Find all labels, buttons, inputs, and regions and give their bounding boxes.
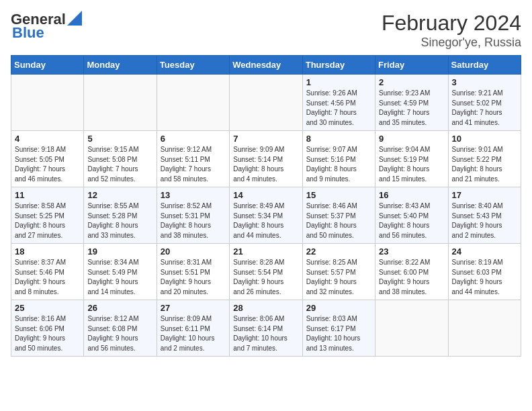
day-number: 20 xyxy=(161,246,226,257)
day-info: Sunrise: 8:06 AMSunset: 6:14 PMDaylight:… xyxy=(233,314,298,353)
day-info: Sunrise: 9:09 AMSunset: 5:14 PMDaylight:… xyxy=(233,145,298,184)
day-info: Sunrise: 9:26 AMSunset: 4:56 PMDaylight:… xyxy=(306,89,371,128)
day-cell: 23Sunrise: 8:22 AMSunset: 6:00 PMDayligh… xyxy=(375,244,448,300)
logo-blue: Blue xyxy=(12,24,44,42)
day-info: Sunrise: 8:43 AMSunset: 5:40 PMDaylight:… xyxy=(379,201,444,240)
day-info: Sunrise: 8:58 AMSunset: 5:25 PMDaylight:… xyxy=(15,201,80,240)
day-info: Sunrise: 8:49 AMSunset: 5:34 PMDaylight:… xyxy=(233,201,298,240)
weekday-wednesday: Wednesday xyxy=(230,56,302,75)
day-info: Sunrise: 8:22 AMSunset: 6:00 PMDaylight:… xyxy=(379,258,444,297)
day-number: 17 xyxy=(452,190,517,200)
day-number: 28 xyxy=(233,303,298,313)
week-row-2: 4Sunrise: 9:18 AMSunset: 5:05 PMDaylight… xyxy=(11,131,521,187)
day-info: Sunrise: 9:12 AMSunset: 5:11 PMDaylight:… xyxy=(161,145,226,184)
day-cell: 25Sunrise: 8:16 AMSunset: 6:06 PMDayligh… xyxy=(11,300,84,357)
day-number: 16 xyxy=(379,190,444,200)
day-cell: 3Sunrise: 9:21 AMSunset: 5:02 PMDaylight… xyxy=(448,75,521,131)
weekday-header-row: SundayMondayTuesdayWednesdayThursdayFrid… xyxy=(11,56,521,75)
day-cell: 21Sunrise: 8:28 AMSunset: 5:54 PMDayligh… xyxy=(230,244,302,300)
day-cell: 12Sunrise: 8:55 AMSunset: 5:28 PMDayligh… xyxy=(84,187,157,244)
day-info: Sunrise: 9:15 AMSunset: 5:08 PMDaylight:… xyxy=(87,145,152,184)
day-info: Sunrise: 9:01 AMSunset: 5:22 PMDaylight:… xyxy=(452,145,517,184)
day-info: Sunrise: 8:46 AMSunset: 5:37 PMDaylight:… xyxy=(306,201,371,240)
day-info: Sunrise: 8:52 AMSunset: 5:31 PMDaylight:… xyxy=(161,201,226,240)
day-info: Sunrise: 8:12 AMSunset: 6:08 PMDaylight:… xyxy=(87,314,152,353)
day-cell: 13Sunrise: 8:52 AMSunset: 5:31 PMDayligh… xyxy=(157,187,229,244)
weekday-monday: Monday xyxy=(84,56,157,75)
day-cell: 6Sunrise: 9:12 AMSunset: 5:11 PMDaylight… xyxy=(157,131,229,187)
week-row-5: 25Sunrise: 8:16 AMSunset: 6:06 PMDayligh… xyxy=(11,300,521,357)
day-number: 25 xyxy=(15,303,80,313)
day-cell: 11Sunrise: 8:58 AMSunset: 5:25 PMDayligh… xyxy=(11,187,84,244)
day-cell: 24Sunrise: 8:19 AMSunset: 6:03 PMDayligh… xyxy=(448,244,521,300)
day-cell: 9Sunrise: 9:04 AMSunset: 5:19 PMDaylight… xyxy=(375,131,448,187)
day-number: 26 xyxy=(87,303,152,313)
day-cell: 19Sunrise: 8:34 AMSunset: 5:49 PMDayligh… xyxy=(84,244,157,300)
day-number: 12 xyxy=(87,190,152,200)
day-cell: 17Sunrise: 8:40 AMSunset: 5:43 PMDayligh… xyxy=(448,187,521,244)
day-number: 19 xyxy=(87,246,152,257)
day-cell: 27Sunrise: 8:09 AMSunset: 6:11 PMDayligh… xyxy=(157,300,229,357)
day-info: Sunrise: 8:37 AMSunset: 5:46 PMDaylight:… xyxy=(15,258,80,297)
weekday-thursday: Thursday xyxy=(302,56,375,75)
day-info: Sunrise: 8:40 AMSunset: 5:43 PMDaylight:… xyxy=(452,201,517,240)
weekday-sunday: Sunday xyxy=(11,56,84,75)
day-number: 13 xyxy=(161,190,226,200)
calendar-subtitle: Sinegor'ye, Russia xyxy=(382,36,521,50)
day-info: Sunrise: 8:31 AMSunset: 5:51 PMDaylight:… xyxy=(161,258,226,297)
week-row-3: 11Sunrise: 8:58 AMSunset: 5:25 PMDayligh… xyxy=(11,187,521,244)
day-info: Sunrise: 9:18 AMSunset: 5:05 PMDaylight:… xyxy=(15,145,80,184)
day-cell: 28Sunrise: 8:06 AMSunset: 6:14 PMDayligh… xyxy=(230,300,302,357)
day-cell: 26Sunrise: 8:12 AMSunset: 6:08 PMDayligh… xyxy=(84,300,157,357)
day-cell: 16Sunrise: 8:43 AMSunset: 5:40 PMDayligh… xyxy=(375,187,448,244)
day-number: 24 xyxy=(452,246,517,257)
day-number: 14 xyxy=(233,190,298,200)
day-number: 3 xyxy=(452,77,517,87)
day-number: 27 xyxy=(161,303,226,313)
day-number: 22 xyxy=(306,246,371,257)
day-number: 29 xyxy=(306,303,371,313)
day-cell: 8Sunrise: 9:07 AMSunset: 5:16 PMDaylight… xyxy=(302,131,375,187)
day-number: 15 xyxy=(306,190,371,200)
weekday-tuesday: Tuesday xyxy=(157,56,229,75)
day-cell xyxy=(230,75,302,131)
day-cell xyxy=(11,75,84,131)
day-cell xyxy=(157,75,229,131)
day-number: 6 xyxy=(161,134,226,144)
day-info: Sunrise: 8:25 AMSunset: 5:57 PMDaylight:… xyxy=(306,258,371,297)
day-info: Sunrise: 8:34 AMSunset: 5:49 PMDaylight:… xyxy=(87,258,152,297)
weekday-friday: Friday xyxy=(375,56,448,75)
day-info: Sunrise: 8:19 AMSunset: 6:03 PMDaylight:… xyxy=(452,258,517,297)
day-cell: 18Sunrise: 8:37 AMSunset: 5:46 PMDayligh… xyxy=(11,244,84,300)
day-cell: 14Sunrise: 8:49 AMSunset: 5:34 PMDayligh… xyxy=(230,187,302,244)
logo-icon xyxy=(67,11,82,26)
day-cell: 1Sunrise: 9:26 AMSunset: 4:56 PMDaylight… xyxy=(302,75,375,131)
day-number: 21 xyxy=(233,246,298,257)
day-info: Sunrise: 8:03 AMSunset: 6:17 PMDaylight:… xyxy=(306,314,371,353)
day-cell: 20Sunrise: 8:31 AMSunset: 5:51 PMDayligh… xyxy=(157,244,229,300)
day-cell: 5Sunrise: 9:15 AMSunset: 5:08 PMDaylight… xyxy=(84,131,157,187)
day-info: Sunrise: 8:55 AMSunset: 5:28 PMDaylight:… xyxy=(87,201,152,240)
title-area: February 2024 Sinegor'ye, Russia xyxy=(382,11,521,50)
calendar-title: February 2024 xyxy=(382,11,521,36)
day-info: Sunrise: 9:04 AMSunset: 5:19 PMDaylight:… xyxy=(379,145,444,184)
day-number: 9 xyxy=(379,134,444,144)
day-number: 7 xyxy=(233,134,298,144)
day-cell: 15Sunrise: 8:46 AMSunset: 5:37 PMDayligh… xyxy=(302,187,375,244)
day-number: 4 xyxy=(15,134,80,144)
day-info: Sunrise: 9:23 AMSunset: 4:59 PMDaylight:… xyxy=(379,89,444,128)
calendar-table: SundayMondayTuesdayWednesdayThursdayFrid… xyxy=(11,55,521,357)
week-row-1: 1Sunrise: 9:26 AMSunset: 4:56 PMDaylight… xyxy=(11,75,521,131)
day-info: Sunrise: 8:16 AMSunset: 6:06 PMDaylight:… xyxy=(15,314,80,353)
day-cell xyxy=(448,300,521,357)
logo: General Blue xyxy=(11,11,82,42)
day-number: 2 xyxy=(379,77,444,87)
day-info: Sunrise: 8:28 AMSunset: 5:54 PMDaylight:… xyxy=(233,258,298,297)
day-number: 1 xyxy=(306,77,371,87)
weekday-saturday: Saturday xyxy=(448,56,521,75)
day-info: Sunrise: 8:09 AMSunset: 6:11 PMDaylight:… xyxy=(161,314,226,353)
day-cell xyxy=(84,75,157,131)
day-cell: 4Sunrise: 9:18 AMSunset: 5:05 PMDaylight… xyxy=(11,131,84,187)
day-number: 23 xyxy=(379,246,444,257)
week-row-4: 18Sunrise: 8:37 AMSunset: 5:46 PMDayligh… xyxy=(11,244,521,300)
